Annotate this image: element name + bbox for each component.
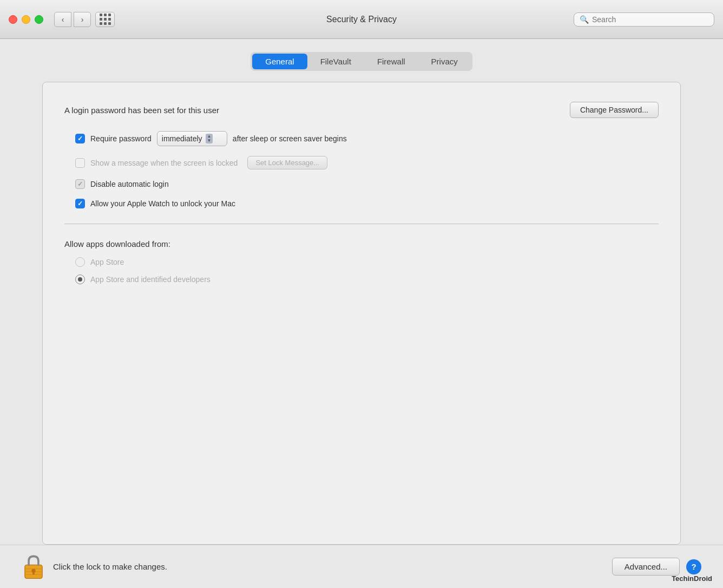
app-store-label: App Store xyxy=(90,258,124,266)
app-store-developers-label: App Store and identified developers xyxy=(90,275,211,284)
show-message-row: Show a message when the screen is locked… xyxy=(75,156,659,169)
bottom-bar: Click the lock to make changes. Advanced… xyxy=(0,545,723,588)
require-password-checkbox[interactable] xyxy=(75,134,85,143)
login-password-section: A login password has been set for this u… xyxy=(64,102,659,118)
show-message-checkbox[interactable] xyxy=(75,158,85,168)
maximize-button[interactable] xyxy=(35,15,43,24)
dropdown-value: immediately xyxy=(162,134,202,143)
radio-app-store-row: App Store xyxy=(75,257,659,267)
apple-watch-checkbox[interactable] xyxy=(75,199,85,208)
tab-filevault[interactable]: FileVault xyxy=(307,54,364,69)
radio-group: App Store App Store and identified devel… xyxy=(64,257,659,284)
show-message-label: Show a message when the screen is locked xyxy=(90,159,238,167)
lock-text: Click the lock to make changes. xyxy=(53,562,167,571)
back-button[interactable]: ‹ xyxy=(54,12,71,27)
close-button[interactable] xyxy=(9,15,17,24)
search-bar[interactable]: 🔍 xyxy=(574,12,714,27)
titlebar: ‹ › Security & Privacy 🔍 xyxy=(0,0,723,39)
nav-buttons: ‹ › xyxy=(54,12,91,27)
section-divider xyxy=(64,224,659,224)
require-password-row: Require password immediately ▲ ▼ after s… xyxy=(75,131,659,146)
tab-general[interactable]: General xyxy=(252,54,307,69)
dropdown-arrows-icon: ▲ ▼ xyxy=(206,134,213,143)
tab-privacy[interactable]: Privacy xyxy=(418,54,471,69)
password-timing-dropdown[interactable]: immediately ▲ ▼ xyxy=(157,131,227,146)
login-password-label: A login password has been set for this u… xyxy=(64,106,559,115)
disable-login-label: Disable automatic login xyxy=(90,180,169,188)
after-sleep-label: after sleep or screen saver begins xyxy=(233,134,347,143)
disable-login-row: Disable automatic login xyxy=(75,179,659,189)
radio-app-store-developers-row: App Store and identified developers xyxy=(75,275,659,284)
watermark: TechinDroid xyxy=(672,574,712,583)
apple-watch-label: Allow your Apple Watch to unlock your Ma… xyxy=(90,199,235,208)
bottom-right: Advanced... ? xyxy=(612,558,701,576)
forward-button[interactable]: › xyxy=(74,12,91,27)
options-section: Require password immediately ▲ ▼ after s… xyxy=(64,131,659,208)
settings-panel: A login password has been set for this u… xyxy=(42,82,681,545)
radio-app-store-developers[interactable] xyxy=(75,275,85,284)
require-password-label: Require password xyxy=(90,134,152,143)
minimize-button[interactable] xyxy=(22,15,30,24)
apple-watch-row: Allow your Apple Watch to unlock your Ma… xyxy=(75,199,659,208)
tab-bar: General FileVault Firewall Privacy xyxy=(251,52,472,71)
radio-app-store[interactable] xyxy=(75,257,85,267)
grid-view-button[interactable] xyxy=(95,12,115,27)
tab-firewall[interactable]: Firewall xyxy=(364,54,418,69)
search-input[interactable] xyxy=(592,15,708,24)
window-title: Security & Privacy xyxy=(326,15,397,24)
allow-apps-section: Allow apps downloaded from: App Store Ap… xyxy=(64,239,659,284)
lock-icon[interactable] xyxy=(22,553,45,580)
advanced-button[interactable]: Advanced... xyxy=(612,558,680,576)
allow-apps-label: Allow apps downloaded from: xyxy=(64,239,659,249)
search-icon: 🔍 xyxy=(580,15,589,24)
main-content: General FileVault Firewall Privacy A log… xyxy=(0,39,723,545)
traffic-lights xyxy=(9,15,43,24)
disable-login-checkbox[interactable] xyxy=(75,179,85,189)
change-password-button[interactable]: Change Password... xyxy=(570,102,659,118)
set-lock-message-button[interactable]: Set Lock Message... xyxy=(247,156,327,169)
help-button[interactable]: ? xyxy=(686,559,701,574)
